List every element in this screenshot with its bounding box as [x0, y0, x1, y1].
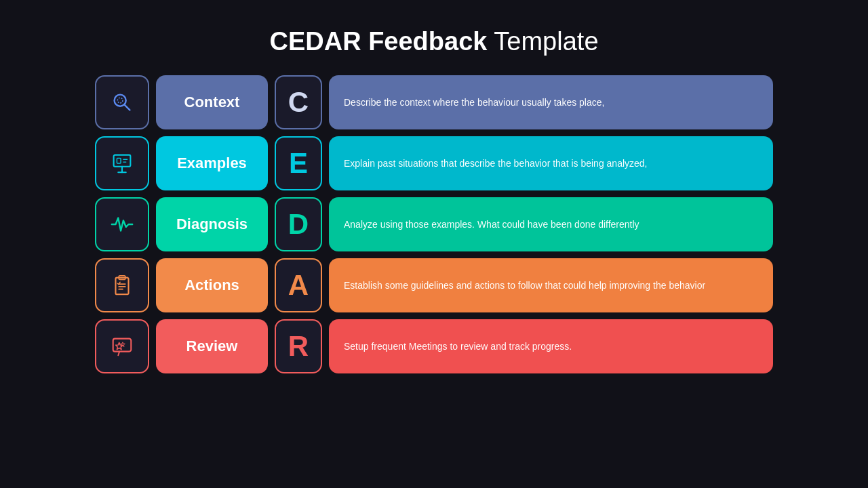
diagnosis-desc-box: Analyze using those examples. What could…: [329, 197, 773, 251]
review-letter: R: [288, 330, 309, 363]
examples-letter-box: E: [275, 136, 322, 190]
actions-label: Actions: [184, 277, 239, 294]
review-desc-box: Setup frequent Meetings to review and tr…: [329, 319, 773, 373]
presentation-icon: [109, 150, 135, 176]
actions-letter: A: [288, 269, 309, 302]
examples-label: Examples: [177, 155, 247, 172]
row-actions: Actions A Establish some guidelines and …: [95, 258, 773, 312]
examples-label-box: Examples: [156, 136, 268, 190]
row-diagnosis: Diagnosis D Analyze using those examples…: [95, 197, 773, 251]
svg-line-1: [124, 104, 130, 110]
review-icon-box: [95, 319, 149, 373]
star-chat-icon: [109, 333, 135, 359]
actions-desc-box: Establish some guidelines and actions to…: [329, 258, 773, 312]
row-review: Review R Setup frequent Meetings to revi…: [95, 319, 773, 373]
actions-description: Establish some guidelines and actions to…: [344, 279, 705, 293]
diagnosis-description: Analyze using those examples. What could…: [344, 218, 639, 232]
diagnosis-letter: D: [288, 208, 309, 241]
row-examples: Examples E Explain past situations that …: [95, 136, 773, 190]
review-label-box: Review: [156, 319, 268, 373]
context-desc-box: Describe the context where the behaviour…: [329, 75, 773, 129]
actions-label-box: Actions: [156, 258, 268, 312]
context-letter: C: [288, 86, 309, 119]
examples-icon-box: [95, 136, 149, 190]
review-letter-box: R: [275, 319, 322, 373]
context-letter-box: C: [275, 75, 322, 129]
search-icon: [109, 89, 135, 115]
actions-icon-box: [95, 258, 149, 312]
context-label: Context: [184, 94, 240, 111]
svg-rect-3: [114, 155, 131, 167]
diagnosis-label-box: Diagnosis: [156, 197, 268, 251]
context-icon-box: [95, 75, 149, 129]
clipboard-icon: [109, 272, 135, 298]
row-context: Context C Describe the context where the…: [95, 75, 773, 129]
diagnosis-label: Diagnosis: [176, 216, 248, 233]
examples-desc-box: Explain past situations that describe th…: [329, 136, 773, 190]
context-label-box: Context: [156, 75, 268, 129]
diagnosis-letter-box: D: [275, 197, 322, 251]
diagnosis-icon-box: [95, 197, 149, 251]
review-label: Review: [186, 338, 238, 355]
cedar-grid: Context C Describe the context where the…: [95, 75, 773, 373]
svg-rect-6: [117, 158, 121, 163]
examples-description: Explain past situations that describe th…: [344, 157, 648, 171]
review-description: Setup frequent Meetings to review and tr…: [344, 340, 572, 354]
actions-letter-box: A: [275, 258, 322, 312]
pulse-icon: [109, 211, 135, 237]
svg-point-2: [117, 98, 123, 103]
context-description: Describe the context where the behaviour…: [344, 96, 604, 110]
page-title: CEDAR Feedback Template: [269, 27, 598, 56]
examples-letter: E: [289, 147, 308, 180]
